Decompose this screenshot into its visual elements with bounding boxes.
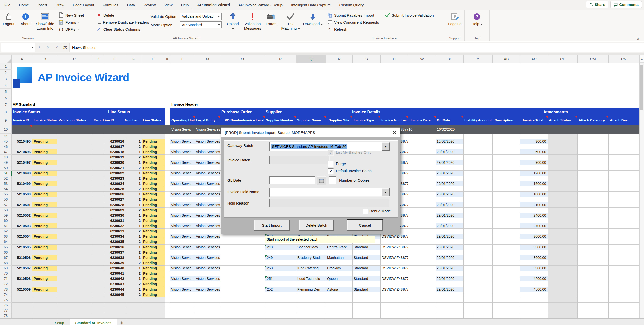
cell-CN73[interactable] [609,287,639,292]
cell-AC49[interactable]: 900.00 [520,160,548,165]
cell-CN71[interactable] [609,276,639,281]
cell-C72[interactable] [57,281,92,287]
cell-CL57[interactable] [548,202,578,208]
cell-AC48[interactable] [520,155,548,160]
cell-B72[interactable] [32,281,57,287]
cell-AB49[interactable] [493,160,520,165]
cell-L59[interactable]: Vision Servic [170,213,195,218]
cell-AB70[interactable] [493,271,520,276]
cell-D71[interactable] [92,276,104,281]
row-header-76[interactable]: 76 [0,303,12,308]
row-header-59[interactable]: 59 [0,213,12,218]
cell-Y47[interactable] [464,149,493,155]
cell-M75[interactable] [195,297,220,303]
column-header-W[interactable]: W [408,55,436,63]
cell-H73[interactable]: Pending [142,287,165,292]
cell-X50[interactable] [436,165,464,171]
cell-B44[interactable] [32,134,57,139]
cell-AC54[interactable] [520,186,548,192]
cell-Y48[interactable] [464,155,493,160]
cell-B55[interactable]: Pending [32,192,57,197]
cell-H65[interactable]: Pending [142,245,165,250]
cell-A48[interactable] [12,155,32,160]
cell-O66[interactable] [220,250,265,255]
cell-CL78[interactable] [548,313,578,318]
cell-L77[interactable] [170,308,195,313]
cell-F76[interactable] [125,303,142,308]
cell-S68[interactable] [353,260,381,266]
cell-H46[interactable]: Pending [142,144,165,149]
cell-W48[interactable] [408,155,436,160]
cell-P78[interactable] [265,313,296,318]
ribbon-tab-view[interactable]: View [160,0,177,10]
cell-K71[interactable] [165,276,170,281]
cell-F64[interactable]: 2 [125,239,142,245]
formula-input[interactable]: Hawk Shuttles [69,43,644,52]
cell-W47[interactable] [408,149,436,155]
cell-C65[interactable] [57,245,92,250]
cell-L68[interactable] [170,260,195,266]
cell-H51[interactable]: Pending [142,171,165,176]
cell-A68[interactable] [12,260,32,266]
cell-S71[interactable]: Standard [353,276,381,281]
ribbon-button-help[interactable]: ?Help [469,12,485,36]
cell-B54[interactable] [32,186,57,192]
cell-S77[interactable] [353,308,381,313]
cell-CL50[interactable] [548,165,578,171]
cell-C55[interactable] [57,192,92,197]
cell-A67[interactable]: 5210506 [12,255,32,260]
cell-A65[interactable]: 5210505 [12,245,32,250]
cell-M72[interactable] [195,281,220,287]
cell-AB63[interactable] [493,234,520,239]
cell-F62[interactable]: 2 [125,229,142,234]
cell-AB59[interactable] [493,213,520,218]
cell-U67[interactable]: DSVIDWIZ4387767 [381,255,408,260]
cell-AC68[interactable] [520,260,548,266]
cell-C62[interactable] [57,229,92,234]
cell-AC70[interactable] [520,271,548,276]
cell-K72[interactable] [165,281,170,287]
cell-CN51[interactable] [609,171,639,176]
cell-CL55[interactable] [548,192,578,197]
row-header-53[interactable]: 53 [0,181,12,186]
cell-H69[interactable]: Pending [142,266,165,271]
cell-X54[interactable] [436,186,464,192]
cell-CM52[interactable] [578,176,609,181]
cell-F49[interactable]: 1 [125,160,142,165]
cell-K55[interactable] [165,192,170,197]
cell-C50[interactable] [57,165,92,171]
cell-P72[interactable] [265,281,296,287]
cell-AB71[interactable] [493,276,520,281]
cell-AC60[interactable] [520,218,548,223]
cell-X58[interactable] [436,208,464,213]
cell-A71[interactable]: 5210508 [12,276,32,281]
cell-Y57[interactable] [464,202,493,208]
cell-M50[interactable] [195,165,220,171]
select-all-corner[interactable] [0,55,12,63]
row-header-61[interactable]: 61 [0,223,12,229]
cell-AC59[interactable]: 2400.00 [520,213,548,218]
row-header-2[interactable]: 2 [0,70,12,76]
ribbon-tab-review[interactable]: Review [139,0,160,10]
ribbon-tab-formulas[interactable]: Formulas [98,0,123,10]
cell-E59[interactable]: 6230630 [104,213,125,218]
cell-E46[interactable]: 6230617 [104,144,125,149]
cell-D67[interactable] [92,255,104,260]
cell-W75[interactable] [408,297,436,303]
cell-Q76[interactable] [296,303,326,308]
cell-CL67[interactable] [548,255,578,260]
cell-CL49[interactable] [548,160,578,165]
row-header-71[interactable]: 71 [0,276,12,281]
cell-L50[interactable] [170,165,195,171]
row-header-3[interactable]: 3 [0,76,12,82]
cell-W61[interactable] [408,223,436,229]
cell-R72[interactable] [326,281,353,287]
cell-Q65[interactable]: Spencer May T [296,245,326,250]
cell-CN52[interactable] [609,176,639,181]
cell-AB61[interactable] [493,223,520,229]
cell-CM46[interactable] [578,144,609,149]
cell-W76[interactable] [408,303,436,308]
cell-E73[interactable]: 6230644 [104,287,125,292]
ribbon-button-show-hide-login-info[interactable]: Show/HideLogin Info [35,12,55,36]
add-sheet-icon[interactable]: ⊕ [117,319,126,325]
